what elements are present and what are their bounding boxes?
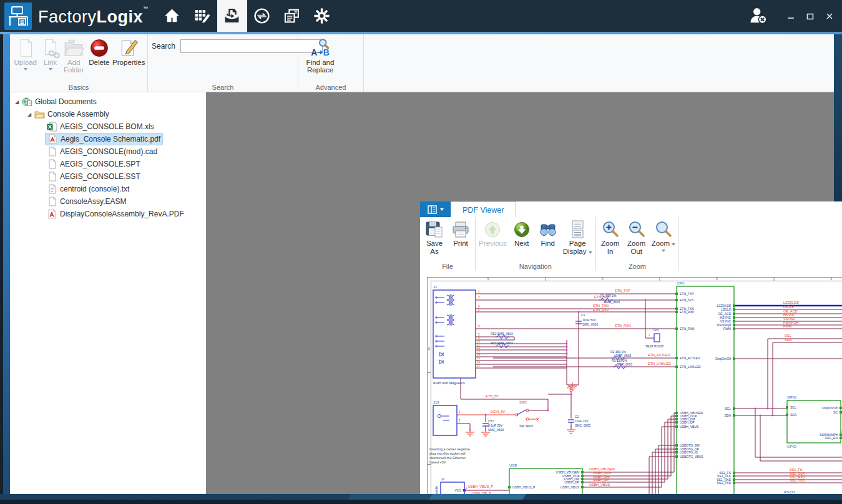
svg-text:USBH_VBUS_P: USBH_VBUS_P [468,485,493,488]
toolbar-group-label: Zoom [596,263,679,270]
factorylogix-logo[interactable] [4,2,32,30]
svg-text:0.1uF 25V: 0.1uF 25V [488,424,503,427]
button-label: As [430,248,438,256]
svg-text:ETN_TXP: ETN_TXP [615,289,630,293]
transfer-icon [253,7,270,24]
tree-item-aegis-console-spt[interactable]: AEGIS_CONSOLE.SPT [10,158,206,170]
brand-text: FactoryLogix™ [38,6,149,27]
svg-text:SDA: SDA [790,413,797,417]
link-button[interactable]: Link [40,34,61,70]
tree-item-global-documents[interactable]: ◢Global Documents [10,95,206,108]
upload-page-icon [15,37,36,59]
view-layout-dropdown[interactable] [420,201,451,217]
tree-expander-icon[interactable]: ◢ [26,112,32,117]
nav-window-stack-icon[interactable] [277,0,307,32]
svg-text:LSCLK: LSCLK [783,305,795,309]
svg-text:PWM: PWM [723,327,731,331]
tree-item-console-assembly[interactable]: ◢Console Assembly [10,108,206,120]
tab-pdf-viewer[interactable]: PDF Viewer [451,201,516,218]
tree-item-aegis-console-sst[interactable]: AEGIS_CONSOLE.SST [10,170,206,183]
find-and-replace-button[interactable]: ABFind andReplace [300,34,341,74]
nav-transfer-icon[interactable] [247,0,277,32]
tree-item-content: AEGIS_CONSOLE.SPT [45,158,142,170]
workspace-background: PDF Viewer SaveAsPrintFilePreviousNextFi… [206,92,834,494]
button-label: Upload [14,59,37,66]
svg-text:SW SPDT: SW SPDT [519,424,534,428]
ribbon-group-basics: UploadLinkAddFolderDeletePropertiesBasic… [10,34,148,92]
svg-text:3: 3 [716,277,718,281]
properties-icon [118,37,139,59]
button-label: In [607,248,614,256]
svg-text:J2: J2 [441,477,445,481]
pdf-file-icon [47,134,58,144]
svg-text:USBH_DP: USBH_DP [593,478,609,482]
nav-settings-gear-icon[interactable] [307,0,337,32]
schematic-drawing: 54321DCPUETN_TXPETN_3V3ETN_TXNETN_RXPETN… [426,275,842,504]
properties-button[interactable]: Properties [112,34,146,66]
add-folder-button[interactable]: AddFolder [61,34,87,74]
svg-text:ETN_RXP: ETN_RXP [680,310,695,314]
nav-home-icon[interactable] [157,0,187,32]
dropdown-caret-icon [589,251,592,254]
svg-text:SW2: SW2 [519,400,527,404]
svg-text:SMC_0603: SMC_0603 [582,322,598,326]
ribbon-group-advanced: ABFind andReplaceAdvanced [298,34,364,92]
zoom-in-icon [600,220,620,240]
tree-item-label: Console Assembly [47,110,109,119]
tree-expander-icon[interactable]: ◢ [14,99,20,105]
svg-text:TP1: TP1 [653,328,658,332]
tree-item-centroid-console-txt[interactable]: centroid (console).txt [10,183,206,195]
svg-text:VCC: VCC [454,488,461,492]
svg-text:USB: USB [509,463,517,467]
tree-item-consoleassy-easm[interactable]: ConsoleAssy.EASM [10,195,206,208]
tree-item-displayconsoleassembly-reva-pdf[interactable]: DisplayConsoleAssembly_RevA.PDF [10,208,206,220]
tree-item-content: Console Assembly [32,109,111,120]
tree-item-aegis-console-schematic-pdf[interactable]: Aegis_Console Schematic.pdf [10,133,206,145]
page-display-icon [567,220,587,240]
window-stack-icon [283,7,300,24]
svg-text:J13: J13 [433,400,439,404]
svg-text:DispOn/Off: DispOn/Off [822,406,838,410]
folder-icon [34,109,45,119]
ribbon-group-label: Advanced [298,84,363,91]
svg-text:2: 2 [830,277,832,281]
tree-item-aegis-console-bom-xls[interactable]: AEGIS_CONSOLE BOM.xls [10,120,206,133]
close-button[interactable] [823,9,836,23]
tree-item-content: DisplayConsoleAssembly_RevA.PDF [45,208,186,220]
svg-text:ETN_3V3: ETN_3V3 [680,298,693,302]
svg-text:4: 4 [602,277,604,281]
ribbon-group-label: Basics [10,84,147,91]
button-label: Save [426,240,443,248]
tree-item-aegis-console-mod-cad[interactable]: AEGIS_CONSOLE(mod).cad [10,145,206,158]
user-logout-icon[interactable] [748,6,769,27]
svg-text:RJ45 with Magnetics: RJ45 with Magnetics [433,381,465,385]
tree-item-label: Global Documents [35,97,97,106]
file-icon [47,196,57,206]
svg-text:C57: C57 [488,419,494,423]
upload-button[interactable]: Upload [11,34,40,70]
nav-document-library-icon[interactable] [217,0,247,32]
zoom-out-icon [627,220,647,240]
delete-button[interactable]: Delete [87,34,112,66]
svg-text:R52 SMR_0603: R52 SMR_0603 [491,332,513,336]
svg-text:USBH_VBUS: USBH_VBUS [561,485,580,489]
svg-text:ETN_TXP: ETN_TXP [680,292,694,296]
button-label: Replace [307,66,333,74]
toolbar-group-file: SaveAsPrintFile [420,217,476,271]
maximize-button[interactable] [803,9,817,23]
svg-text:SMC_0805: SMC_0805 [575,424,590,427]
file-icon [47,172,57,182]
tree-item-label: DisplayConsoleAssembly_RevA.PDF [60,210,184,218]
toolbar-group-navigation: PreviousNextFindPageDisplay Navigation [476,217,596,271]
status-footer [0,494,842,504]
nav-worksheet-pencil-icon[interactable] [187,0,217,32]
svg-text:USBOTG_ID: USBOTG_ID [680,450,698,454]
svg-text:ETN_RXN: ETN_RXN [615,324,631,327]
minimize-button[interactable] [784,9,798,23]
svg-text:R1 49R 1%: R1 49R 1% [600,294,617,298]
tree-item-content: centroid (console).txt [45,183,131,195]
svg-text:based +5V: based +5V [429,460,446,464]
dropdown-caret-icon [49,68,52,70]
svg-text:ETN_TXN: ETN_TXN [593,304,609,308]
svg-text:15: 15 [477,357,481,360]
